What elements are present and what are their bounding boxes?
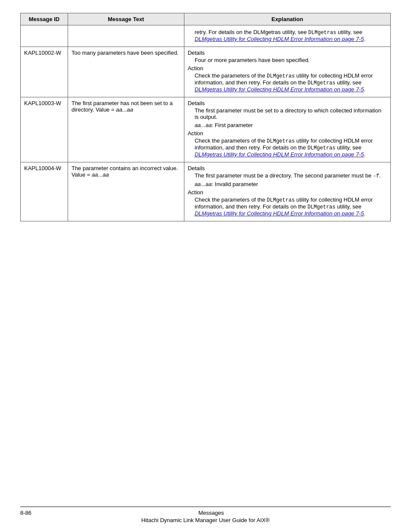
explanation-cell: Details The first parameter must be a di… <box>184 162 390 221</box>
details-label: Details <box>188 100 387 106</box>
msg-id-cell: KAPL10003-W <box>21 97 68 162</box>
table-row: retry. For details on the DLMgetras util… <box>21 25 391 47</box>
action-text: Check the parameters of the DLMgetras ut… <box>195 72 387 93</box>
action-label: Action <box>188 130 387 137</box>
table-row: KAPL10004-W The parameter contains an in… <box>21 162 391 221</box>
action-label: Action <box>188 65 387 72</box>
section-label: Messages <box>198 510 224 516</box>
msg-text-cell: The parameter contains an incorrect valu… <box>68 162 184 221</box>
table-row: KAPL10003-W The first parameter has not … <box>21 97 391 162</box>
explanation-cell: retry. For details on the DLMgetras util… <box>184 25 390 47</box>
action-label: Action <box>188 189 387 196</box>
table-row: KAPL10002-W Too many parameters have bee… <box>21 47 391 97</box>
details-text: The first parameter must be a directory.… <box>195 172 387 179</box>
col-header-id: Message ID <box>21 13 68 25</box>
details-text: The first parameter must be set to a dir… <box>195 107 387 120</box>
details-label: Details <box>188 165 387 171</box>
msg-id-cell: KAPL10004-W <box>21 162 68 221</box>
explanation-cell: Details The first parameter must be set … <box>184 97 390 162</box>
action-text: Check the parameters of the DLMgetras ut… <box>195 196 387 217</box>
details-label: Details <box>188 50 387 56</box>
exp-text: retry. For details on the DLMgetras util… <box>195 29 387 42</box>
msg-text-cell: The first parameter has not been set to … <box>68 97 184 162</box>
details-note: aa...aa: Invalid parameter <box>195 181 387 187</box>
exp-link[interactable]: DLMgetras Utility for Collecting HDLM Er… <box>195 36 364 42</box>
msg-id-cell: KAPL10002-W <box>21 47 68 97</box>
doc-title: Hitachi Dynamic Link Manager User Guide … <box>141 517 270 523</box>
msg-text-cell <box>68 25 184 47</box>
page-number: 8-86 <box>20 510 31 516</box>
msg-id-cell <box>21 25 68 47</box>
msg-text-cell: Too many parameters have been specified. <box>68 47 184 97</box>
explanation-cell: Details Four or more parameters have bee… <box>184 47 390 97</box>
details-note: aa...aa: First parameter <box>195 122 387 128</box>
action-text: Check the parameters of the DLMgetras ut… <box>195 137 387 158</box>
details-text: Four or more parameters have been specif… <box>195 57 387 63</box>
col-header-exp: Explanation <box>184 13 390 25</box>
col-header-msg: Message Text <box>68 13 184 25</box>
